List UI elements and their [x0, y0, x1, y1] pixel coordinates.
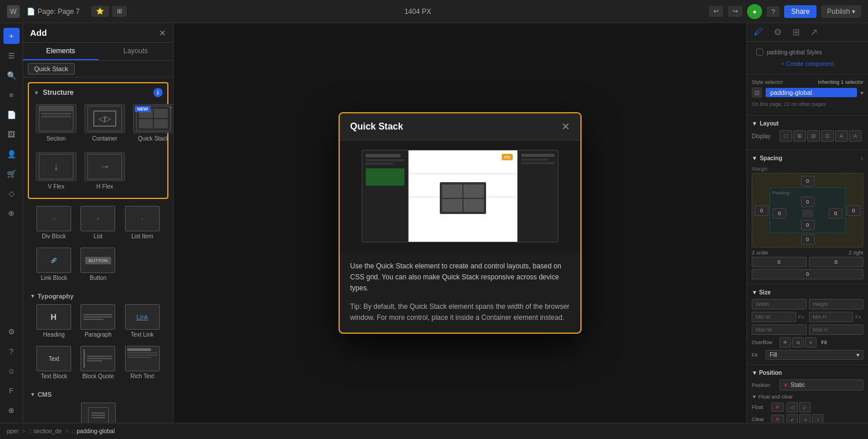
display-inline-block[interactable]: A: [835, 130, 848, 142]
tab-elements[interactable]: Elements: [23, 43, 98, 60]
cms-icon[interactable]: ≡: [3, 87, 20, 103]
star-icon[interactable]: ⭐: [91, 6, 109, 17]
bottom-icon[interactable]: ⊕: [3, 402, 20, 418]
element-container[interactable]: ◁▷ Container: [82, 101, 127, 145]
modal-close-button[interactable]: ✕: [561, 121, 570, 132]
fit-value[interactable]: Fill ▾: [766, 350, 863, 360]
minw-field[interactable]: Min W: [752, 312, 796, 322]
element-heading[interactable]: H Heading: [34, 302, 74, 340]
right-tab-grid[interactable]: ⊞: [788, 23, 804, 41]
margin-bottom-val[interactable]: 0: [801, 234, 815, 245]
height-field[interactable]: Height: [809, 299, 864, 309]
settings-icon[interactable]: ⚙: [3, 323, 20, 340]
apps-icon[interactable]: ⊕: [3, 205, 20, 221]
breadcrumb-item-1[interactable]: pper: [7, 428, 19, 434]
clear-right-btn[interactable]: ↘: [799, 414, 811, 423]
clear-x-button[interactable]: ✕: [771, 415, 784, 423]
margin-top-val[interactable]: 0: [801, 176, 815, 186]
float-row: Float ✕ ◁ ▷: [752, 402, 863, 412]
padding-bottom-val[interactable]: 0: [801, 220, 815, 230]
pr-line1: [521, 154, 554, 157]
size-maxwh-row: Max W Max H: [752, 324, 863, 335]
clear-left-btn[interactable]: ↙: [786, 414, 798, 423]
para-line-3: [83, 319, 104, 320]
float-x-button[interactable]: ✕: [771, 403, 784, 412]
cms-section-label: CMS: [38, 391, 52, 398]
padding-top-val[interactable]: 0: [801, 197, 815, 207]
margin-right-val[interactable]: 0: [847, 205, 860, 216]
float-left-btn[interactable]: ◁: [786, 402, 798, 412]
display-buttons: □ ⊞ ⊟ ⊡ A A: [779, 130, 862, 142]
breadcrumb-item-2[interactable]: □ section_de: [29, 428, 62, 434]
display-flex[interactable]: ⊞: [793, 130, 806, 142]
panel-close-button[interactable]: ✕: [159, 28, 166, 38]
element-divblock[interactable]: □ Div Block: [34, 204, 74, 242]
display-block[interactable]: □: [779, 130, 792, 142]
help-icon[interactable]: ?: [3, 343, 20, 359]
quick-stack-tab[interactable]: Quick Stack: [28, 63, 75, 75]
position-value[interactable]: ✕ Static: [779, 379, 863, 390]
style-badge[interactable]: padding-global: [766, 88, 857, 97]
section-content: [39, 111, 73, 119]
navigator-icon[interactable]: ☰: [3, 47, 20, 64]
z-bottom-val[interactable]: 0: [752, 269, 863, 279]
padding-global-checkbox[interactable]: [756, 49, 763, 56]
search-icon[interactable]: 🔍: [3, 67, 20, 83]
z-vals-row: 0 0: [752, 257, 863, 267]
float-right-btn[interactable]: ▷: [799, 402, 811, 412]
width-field[interactable]: Width: [752, 299, 807, 309]
overflow-hidden-btn[interactable]: ⊘: [792, 337, 804, 348]
fonts-icon[interactable]: F: [3, 382, 20, 399]
element-richtext[interactable]: Rich Text: [122, 344, 163, 382]
element-paragraph[interactable]: Paragraph: [78, 302, 118, 340]
share-button[interactable]: Share: [784, 5, 816, 18]
maxw-field[interactable]: Max W: [752, 324, 807, 335]
users-icon[interactable]: 👤: [3, 146, 20, 162]
element-vflex[interactable]: ↓ V Flex: [34, 149, 79, 193]
grid-icon[interactable]: ⊞: [112, 6, 127, 17]
element-quickstack[interactable]: NEW ? Quick Stack: [131, 101, 174, 145]
logic-icon[interactable]: ◇: [3, 185, 20, 201]
clear-both-btn[interactable]: ↕: [812, 414, 823, 423]
create-component-button[interactable]: + Create component: [781, 61, 834, 67]
element-blockquote[interactable]: Block Quote: [78, 344, 118, 382]
margin-left-val[interactable]: 0: [755, 205, 768, 216]
display-inline[interactable]: ⊡: [821, 130, 834, 142]
ecommerce-icon[interactable]: 🛒: [3, 165, 20, 182]
maxh-field[interactable]: Max H: [809, 324, 864, 335]
padding-left-val[interactable]: 0: [773, 208, 786, 219]
display-grid[interactable]: ⊟: [807, 130, 820, 142]
add-icon[interactable]: +: [3, 28, 20, 44]
textlink-preview: Link: [125, 304, 160, 330]
element-textblock[interactable]: Text Text Block: [34, 344, 74, 382]
assets-icon[interactable]: 🖼: [3, 126, 20, 142]
undo-button[interactable]: ↩: [709, 6, 723, 17]
right-tab-style[interactable]: 🖊: [749, 23, 768, 41]
help-button[interactable]: ?: [767, 6, 779, 17]
element-list[interactable]: ≡ List: [78, 204, 118, 242]
right-tab-settings[interactable]: ⚙: [769, 23, 786, 41]
overflow-visible-btn[interactable]: 👁: [779, 337, 791, 348]
accessibility-icon[interactable]: ☺: [3, 363, 20, 379]
z-left-val[interactable]: 0: [752, 257, 807, 267]
overflow-scroll-btn[interactable]: ≡: [805, 337, 816, 348]
topbar-right: ↩ ↪ ● ? Share Publish ▾: [709, 4, 861, 19]
z-right-val[interactable]: 0: [809, 257, 864, 267]
tab-layouts[interactable]: Layouts: [98, 43, 174, 60]
element-textlink[interactable]: Link Text Link: [122, 302, 163, 340]
display-none[interactable]: A: [849, 130, 862, 142]
padding-right-val[interactable]: 0: [829, 208, 843, 219]
redo-button[interactable]: ↪: [728, 6, 742, 17]
element-section[interactable]: Section: [34, 101, 79, 145]
element-button[interactable]: BUTTON Button: [78, 245, 118, 283]
right-tab-interact[interactable]: ↗: [806, 23, 822, 41]
element-cms[interactable]: Collection List: [34, 400, 163, 423]
minh-field[interactable]: Min H: [809, 312, 854, 322]
qs-cell-4: [154, 119, 168, 128]
element-listitem[interactable]: • List Item: [122, 204, 163, 242]
publish-button[interactable]: Publish ▾: [821, 5, 861, 18]
breadcrumb-item-3[interactable]: □ padding-global: [72, 428, 115, 434]
element-linkblock[interactable]: 🔗 Link Block: [34, 245, 74, 283]
element-hflex[interactable]: → H Flex: [82, 149, 127, 193]
pages-icon[interactable]: 📄: [3, 106, 20, 123]
